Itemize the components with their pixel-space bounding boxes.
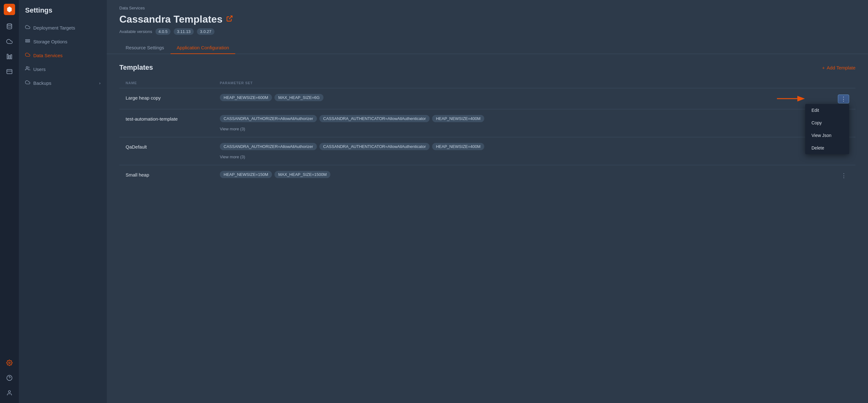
data-services-icon [25,52,30,58]
version-badge-1: 4.0.5 [155,28,171,35]
svg-point-6 [9,362,10,364]
param-badge: HEAP_NEWSIZE=150M [220,171,272,178]
version-badge-3: 3.0.27 [197,28,215,35]
context-menu: Edit Copy View Json Delete [805,104,849,154]
add-template-button[interactable]: + Add Template [822,65,856,70]
backups-chevron-icon: › [99,81,100,86]
add-template-label: Add Template [827,65,856,70]
param-badge: MAX_HEAP_SIZE=1500M [275,171,330,178]
page-title: Cassandra Templates [119,13,222,25]
view-more-link[interactable]: View more (3) [220,127,830,131]
table-row: Small heap HEAP_NEWSIZE=150M MAX_HEAP_SI… [119,165,856,185]
nav-icon-user-profile[interactable] [3,387,16,399]
sidebar-item-label: Storage Options [33,39,67,44]
context-menu-wrapper: ⋮ Edit Copy View Json Delete [838,95,849,103]
row-4-params: HEAP_NEWSIZE=150M MAX_HEAP_SIZE=1500M [220,171,830,178]
context-menu-view-json[interactable]: View Json [805,129,849,142]
param-badge: CASSANDRA_AUTHENTICATOR=AllowAllAuthenti… [319,115,430,122]
icon-bar [0,0,19,403]
row-1-name: Large heap copy [126,94,220,100]
templates-table: NAME PARAMETER SET Large heap copy HEAP_… [119,78,856,185]
view-more-text: View more (3) [220,155,245,159]
sidebar-item-users[interactable]: Users [19,62,107,76]
col-name: NAME [126,81,220,85]
view-more-text: View more (3) [220,127,245,131]
row-2-name: test-automation-template [126,115,220,122]
backups-icon [25,80,30,86]
view-more-link[interactable]: View more (3) [220,155,830,159]
param-badge: HEAP_NEWSIZE=400M [432,115,484,122]
sidebar-item-label: Deployment Targets [33,25,75,30]
nav-icon-billing[interactable] [3,65,16,78]
row-1-params: HEAP_NEWSIZE=600M MAX_HEAP_SIZE=6G [220,94,830,101]
tabs: Resource Settings Application Configurat… [107,37,868,54]
sidebar-item-label: Data Services [33,53,62,58]
svg-point-12 [26,67,28,68]
svg-point-9 [8,391,11,393]
nav-icon-cloud[interactable] [3,35,16,48]
nav-icon-database[interactable] [3,20,16,33]
content-area: Templates + Add Template NAME PARAMETER … [107,54,868,403]
col-parameter-set: PARAMETER SET [220,81,830,85]
sidebar-item-backups[interactable]: Backups › [19,76,107,90]
sidebar-title: Settings [19,6,107,21]
nav-icon-chart[interactable] [3,50,16,63]
more-button[interactable]: ⋮ [838,172,849,180]
available-versions-label: Available versions [119,29,152,34]
sidebar-item-label: Backups [33,81,52,86]
sidebar-item-label: Users [33,67,45,72]
breadcrumb: Data Services [107,0,868,11]
row-4-actions: ⋮ [830,171,849,180]
tab-resource-settings[interactable]: Resource Settings [119,42,170,54]
plus-icon: + [822,65,825,70]
svg-rect-10 [25,39,30,40]
row-3-params: CASSANDRA_AUTHORIZER=AllowAllAuthorizer … [220,143,830,159]
icon-bar-bottom [3,356,16,399]
tab-application-configuration[interactable]: Application Configuration [170,42,236,54]
table-header: NAME PARAMETER SET [119,78,856,88]
param-badge: CASSANDRA_AUTHENTICATOR=AllowAllAuthenti… [319,143,430,150]
sidebar: Settings Deployment Targets Storage Opti… [19,0,107,403]
section-title: Templates [119,63,153,72]
sidebar-item-data-services[interactable]: Data Services [19,49,107,62]
context-menu-delete[interactable]: Delete [805,142,849,154]
page-header: Cassandra Templates [107,11,868,25]
sidebar-item-storage-options[interactable]: Storage Options [19,35,107,49]
storage-options-icon [25,38,30,44]
svg-line-13 [229,16,232,19]
param-badge: MAX_HEAP_SIZE=6G [275,94,323,101]
table-row: test-automation-template CASSANDRA_AUTHO… [119,109,856,137]
app-logo[interactable] [4,4,15,15]
deployment-targets-icon [25,25,30,31]
table-row: Large heap copy HEAP_NEWSIZE=600M MAX_HE… [119,88,856,109]
version-badge-2: 3.11.13 [174,28,193,35]
nav-icon-help[interactable] [3,372,16,384]
svg-rect-2 [9,56,10,59]
external-link-icon[interactable] [226,15,233,24]
param-badge: CASSANDRA_AUTHORIZER=AllowAllAuthorizer [220,143,317,150]
svg-point-0 [7,24,12,26]
col-actions [830,81,849,85]
nav-icon-settings[interactable] [3,356,16,369]
param-badge: HEAP_NEWSIZE=600M [220,94,272,101]
row-2-params: CASSANDRA_AUTHORIZER=AllowAllAuthorizer … [220,115,830,131]
svg-rect-3 [11,55,11,59]
context-menu-copy[interactable]: Copy [805,117,849,129]
sidebar-item-deployment-targets[interactable]: Deployment Targets [19,21,107,35]
logo-icon [6,6,13,13]
users-icon [25,66,30,72]
more-button[interactable]: ⋮ [838,95,849,103]
versions-row: Available versions 4.0.5 3.11.13 3.0.27 [107,25,868,35]
context-menu-edit[interactable]: Edit [805,104,849,117]
param-badge: HEAP_NEWSIZE=400M [432,143,484,150]
param-badge: CASSANDRA_AUTHORIZER=AllowAllAuthorizer [220,115,317,122]
svg-rect-1 [7,54,8,59]
main-content: Data Services Cassandra Templates Availa… [107,0,868,403]
row-1-actions: ⋮ Edit Copy View Json Delete [830,94,849,103]
table-row: QaDefault CASSANDRA_AUTHORIZER=AllowAllA… [119,137,856,165]
svg-rect-4 [7,69,12,73]
svg-rect-11 [25,41,30,42]
row-4-name: Small heap [126,171,220,178]
row-3-name: QaDefault [126,143,220,150]
section-header: Templates + Add Template [119,63,856,72]
